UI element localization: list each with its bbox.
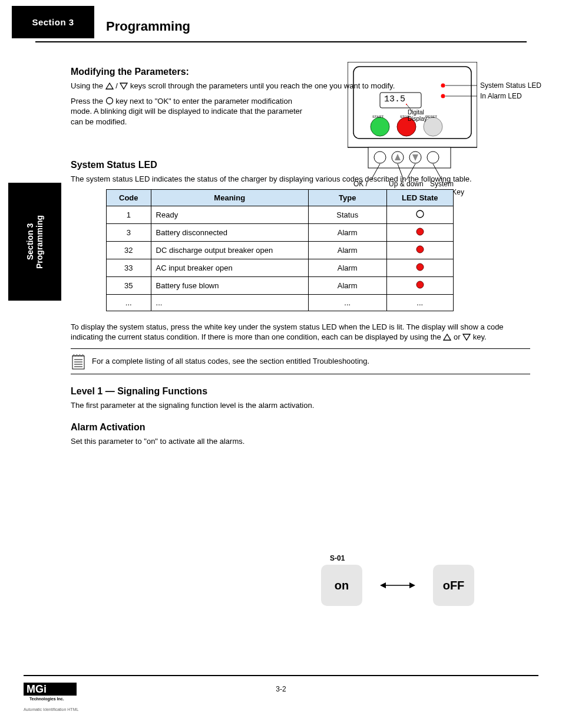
led-red-icon <box>416 228 424 236</box>
toggle-off-box: oFF <box>433 565 474 606</box>
notepad-icon <box>71 353 86 370</box>
svg-text:MGi: MGi <box>27 683 47 695</box>
led-red-icon <box>416 281 424 289</box>
para-modify-2: Press the key next to "OK" to enter the … <box>71 96 306 127</box>
auto-identification: Automatic Identification HTML <box>24 707 78 711</box>
table-row: 33 AC input breaker open Alarm <box>107 259 454 276</box>
up-icon <box>443 334 451 341</box>
note-callout: For a complete listing of all status cod… <box>71 348 530 374</box>
heading-modify: Modifying the Parameters: <box>71 67 530 77</box>
th-mean: Meaning <box>151 189 308 206</box>
svg-point-26 <box>416 228 424 235</box>
toggle-code: S-01 <box>330 554 345 562</box>
side-tab: Section 3 Programming <box>8 183 61 301</box>
double-arrow-icon <box>380 579 415 591</box>
svg-rect-32 <box>72 356 84 369</box>
svg-marker-30 <box>444 334 451 340</box>
footer-rule <box>24 675 538 676</box>
led-unlit-icon <box>416 210 424 218</box>
th-type: Type <box>308 189 386 206</box>
th-led: LED State <box>386 189 453 206</box>
up-icon <box>105 83 114 90</box>
section-badge: Section 3 <box>12 6 94 38</box>
svg-point-25 <box>416 210 424 218</box>
header-rule <box>35 41 527 42</box>
section-badge-text: Section 3 <box>32 17 74 27</box>
status-codes-table: Code Meaning Type LED State 1 Ready Stat… <box>106 189 454 311</box>
svg-marker-23 <box>120 83 127 89</box>
heading-level1: Level 1 — Signaling Functions <box>71 386 530 397</box>
toggle-on-box: on <box>321 565 362 606</box>
para-status-display: To display the system status, press the … <box>71 322 530 342</box>
alarm-toggle-illustration: S-01 on oFF <box>321 565 474 606</box>
svg-point-28 <box>416 263 424 271</box>
svg-marker-22 <box>106 83 113 89</box>
para-system-led: The system status LED indicates the stat… <box>71 174 530 185</box>
para-modify-1: Using the / keys scroll through the para… <box>71 81 530 91</box>
table-row: 32 DC discharge output breaker open Alar… <box>107 241 454 259</box>
page-title: Programming <box>106 19 190 34</box>
para-level1: The first parameter at the signaling fun… <box>71 400 530 411</box>
svg-marker-39 <box>409 582 415 588</box>
ok-key-icon <box>105 97 114 105</box>
heading-alarm: Alarm Activation <box>71 422 530 433</box>
mgi-logo: MGi Technologies Inc. <box>24 683 77 703</box>
side-tab-text: Section 3 Programming <box>25 215 44 269</box>
led-red-icon <box>416 245 424 253</box>
svg-point-27 <box>416 246 424 253</box>
table-row: ... ... ... ... <box>107 294 454 311</box>
down-icon <box>462 334 471 341</box>
svg-marker-38 <box>380 582 386 588</box>
svg-point-24 <box>106 97 113 104</box>
table-row: 1 Ready Status <box>107 206 454 223</box>
note-text: For a complete listing of all status cod… <box>92 357 369 365</box>
th-code: Code <box>107 189 151 206</box>
down-icon <box>120 83 128 90</box>
svg-point-29 <box>416 281 424 288</box>
para-alarm: Set this parameter to "on" to activate a… <box>71 436 295 447</box>
heading-system-led: System Status LED <box>71 160 530 170</box>
svg-marker-31 <box>463 334 470 340</box>
led-red-icon <box>416 263 424 271</box>
table-row: 3 Battery disconnected Alarm <box>107 223 454 241</box>
svg-text:Technologies Inc.: Technologies Inc. <box>29 697 64 701</box>
page-number: 3-2 <box>276 685 286 693</box>
table-row: 35 Battery fuse blown Alarm <box>107 276 454 294</box>
